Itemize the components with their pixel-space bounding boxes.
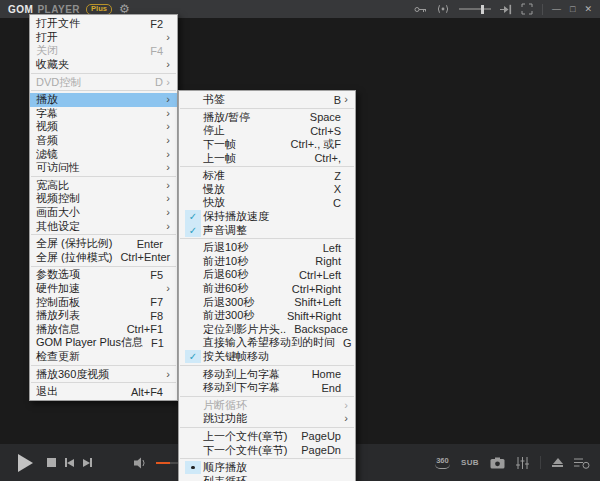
main-menu-item[interactable]: 检查更新: [30, 350, 177, 364]
menu-item-label: 移动到下句字幕: [203, 380, 280, 395]
menu-item-label: 其他设定: [36, 219, 80, 234]
play-submenu-item[interactable]: 播放/暂停Space: [179, 111, 355, 125]
play-submenu-item[interactable]: 前进10秒Right: [179, 255, 355, 269]
menu-gutter: [185, 169, 201, 183]
main-menu-item[interactable]: 可访问性›: [30, 161, 177, 175]
menu-item-shortcut: Shift+Right: [279, 310, 341, 322]
play-submenu-item[interactable]: 后退10秒Left: [179, 241, 355, 255]
submenu-arrow-icon: ›: [163, 108, 173, 119]
slider-handle[interactable]: [481, 5, 484, 14]
playlist-icon[interactable]: [574, 457, 590, 469]
menu-item-label: 收藏夹: [36, 57, 69, 72]
play-submenu-item[interactable]: 下一帧Ctrl+., 或F: [179, 138, 355, 152]
equalizer-icon[interactable]: [516, 457, 529, 469]
main-menu-item[interactable]: 播放360度视频›: [30, 367, 177, 381]
play-submenu-item[interactable]: 前进60秒Ctrl+Right: [179, 282, 355, 296]
volume-level: [156, 462, 170, 464]
submenu-arrow-icon: ›: [163, 221, 173, 232]
main-menu-item[interactable]: 音频›: [30, 134, 177, 148]
play-submenu-item[interactable]: ✓按关键帧移动: [179, 350, 355, 364]
stop-button[interactable]: [47, 458, 56, 467]
play-submenu-item[interactable]: 定位到影片片头..Backspace: [179, 323, 355, 337]
play-submenu-item[interactable]: ✓声音调整: [179, 223, 355, 237]
play-submenu-item[interactable]: 停止Ctrl+S: [179, 124, 355, 138]
next-button[interactable]: [83, 458, 92, 467]
previous-button[interactable]: [65, 458, 74, 467]
menu-item-shortcut: F2: [142, 18, 163, 30]
menu-item-shortcut: Alt+F4: [123, 386, 163, 398]
play-submenu-item[interactable]: 后退60秒Ctrl+Left: [179, 268, 355, 282]
play-submenu-item[interactable]: 后退300秒Shift+Left: [179, 295, 355, 309]
main-menu-item[interactable]: GOM Player Plus信息F1: [30, 336, 177, 350]
main-menu-item[interactable]: 打开›: [30, 31, 177, 45]
play-submenu-item[interactable]: 列表循环: [179, 474, 355, 481]
main-menu-item[interactable]: 收藏夹›: [30, 58, 177, 72]
play-submenu-item[interactable]: 标准Z: [179, 169, 355, 183]
main-menu-item: 关闭F4: [30, 44, 177, 58]
minimize-button[interactable]: —: [552, 4, 561, 14]
main-menu-item[interactable]: 退出Alt+F4: [30, 385, 177, 399]
main-menu-item[interactable]: 宽高比›: [30, 179, 177, 193]
snapshot-icon[interactable]: [490, 457, 505, 469]
play-submenu-item[interactable]: 上一帧Ctrl+,: [179, 151, 355, 165]
menu-gutter: [185, 138, 201, 152]
main-menu-item[interactable]: 视频›: [30, 120, 177, 134]
menu-item-shortcut: Backspace: [286, 323, 348, 335]
play-submenu-item[interactable]: 移动到上句字幕Home: [179, 367, 355, 381]
fullscreen-icon[interactable]: [521, 3, 533, 15]
main-menu-item[interactable]: 打开文件F2: [30, 17, 177, 31]
play-submenu-item[interactable]: 移动到下句字幕End: [179, 381, 355, 395]
menu-item-shortcut: Ctrl+,: [306, 152, 341, 164]
subtitle-button[interactable]: SUB: [461, 458, 479, 467]
key-icon[interactable]: [414, 5, 427, 14]
menu-gutter: [185, 183, 201, 197]
main-menu-item[interactable]: 控制面板F7: [30, 295, 177, 309]
menu-item-label: 声音调整: [203, 223, 247, 238]
maximize-button[interactable]: □: [570, 4, 575, 14]
play-submenu-item[interactable]: 快放C: [179, 196, 355, 210]
main-menu-item[interactable]: 硬件加速›: [30, 282, 177, 296]
menu-gutter: [185, 323, 201, 337]
main-menu-item[interactable]: 画面大小›: [30, 206, 177, 220]
close-button[interactable]: ✕: [584, 4, 592, 14]
menu-gutter: [185, 111, 201, 125]
volume-icon[interactable]: [134, 457, 148, 469]
menu-item-shortcut: Space: [302, 111, 341, 123]
main-menu-item[interactable]: 字幕›: [30, 107, 177, 121]
submenu-arrow-icon: ›: [163, 77, 173, 88]
play-submenu-item[interactable]: 跳过功能›: [179, 412, 355, 426]
menu-item-label: 跳过功能: [203, 411, 247, 426]
vr-360-button[interactable]: 360: [435, 457, 450, 469]
main-menu-item[interactable]: 播放列表F8: [30, 309, 177, 323]
play-submenu-item[interactable]: 书签B›: [179, 93, 355, 107]
play-submenu-item[interactable]: 顺序播放: [179, 461, 355, 475]
broadcast-icon[interactable]: [436, 4, 450, 14]
main-menu-item[interactable]: 视频控制›: [30, 192, 177, 206]
main-menu-item[interactable]: 全屏 (拉伸模式)Ctrl+Enter: [30, 251, 177, 265]
main-menu-item[interactable]: 滤镜›: [30, 147, 177, 161]
play-submenu-item[interactable]: 慢放X: [179, 183, 355, 197]
vr-arc: [435, 464, 450, 469]
play-submenu-item[interactable]: 直接输入希望移动到的时间G: [179, 336, 355, 350]
play-submenu-item[interactable]: 上一个文件(章节)PageUp: [179, 430, 355, 444]
gom-player-window: GOM PLAYER Plus ⚙ — □ ✕: [0, 0, 600, 481]
submenu-arrow-icon: ›: [341, 94, 351, 105]
menu-gutter: [185, 255, 201, 269]
play-submenu-item[interactable]: 下一个文件(章节)PageDn: [179, 443, 355, 457]
submenu-arrow-icon: ›: [341, 413, 351, 424]
submenu-arrow-icon: ›: [341, 400, 351, 411]
main-menu-item[interactable]: 参数选项F5: [30, 268, 177, 282]
pin-icon[interactable]: [500, 4, 512, 15]
play-submenu-item[interactable]: ✓保持播放速度: [179, 210, 355, 224]
main-menu-item[interactable]: 播放›: [30, 93, 177, 107]
main-menu-item[interactable]: 其他设定›: [30, 219, 177, 233]
play-button[interactable]: [18, 454, 33, 472]
menu-gutter: [185, 309, 201, 323]
play-submenu-item[interactable]: 前进300秒Shift+Right: [179, 309, 355, 323]
eject-button[interactable]: [552, 458, 563, 468]
main-menu-item[interactable]: 全屏 (保持比例)Enter: [30, 237, 177, 251]
transparency-slider[interactable]: [459, 4, 491, 15]
menu-item-shortcut: Ctrl+S: [302, 125, 341, 137]
main-menu-item[interactable]: 播放信息Ctrl+F1: [30, 322, 177, 336]
submenu-arrow-icon: ›: [163, 32, 173, 43]
